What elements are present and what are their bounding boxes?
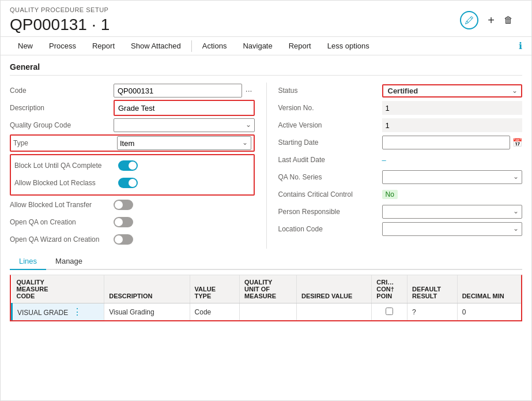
status-label: Status — [278, 87, 382, 95]
col-critical-control: CRI… CON† POIN — [372, 275, 408, 303]
description-row: Description — [10, 100, 255, 116]
nav-less-options[interactable]: Less options — [319, 37, 378, 55]
open-qa-toggle-wrapper — [114, 217, 133, 227]
active-version-label: Active Version — [278, 121, 382, 129]
location-code-label: Location Code — [278, 225, 382, 233]
nav-report[interactable]: Report — [84, 37, 123, 55]
open-qa-wizard-toggle[interactable] — [114, 234, 133, 245]
code-label: Code — [10, 87, 114, 95]
last-audit-label: Last Audit Date — [278, 156, 382, 164]
open-qa-wizard-label: Open QA Wizard on Creation — [10, 235, 114, 243]
person-responsible-label: Person Responsible — [278, 208, 382, 216]
general-section-title: General — [10, 62, 522, 76]
block-lot-toggle[interactable] — [118, 160, 138, 171]
type-select[interactable]: Item — [117, 136, 251, 150]
person-responsible-row: Person Responsible — [278, 204, 523, 220]
nav-show-attached[interactable]: Show Attached — [123, 37, 189, 55]
tab-manage[interactable]: Manage — [46, 253, 92, 269]
col-desired-value: DESIRED VALUE — [296, 275, 371, 303]
location-code-select[interactable] — [382, 222, 523, 236]
qa-no-series-row: QA No. Series — [278, 169, 523, 185]
qa-no-series-label: QA No. Series — [278, 173, 382, 181]
open-qa-wizard-toggle-wrapper — [114, 234, 133, 245]
code-input[interactable] — [114, 84, 242, 98]
lines-tabs: Lines Manage — [10, 253, 522, 270]
qa-no-series-select[interactable] — [382, 170, 523, 184]
nav-bar: New Process Report Show Attached Actions… — [1, 37, 531, 55]
lines-table-container: QUALITY MEASURE CODE DESCRIPTION VALUE T… — [10, 275, 522, 321]
cell-critical-control — [372, 303, 408, 321]
lines-table: QUALITY MEASURE CODE DESCRIPTION VALUE T… — [11, 275, 521, 320]
code-dots-button[interactable]: ··· — [243, 86, 255, 95]
type-label: Type — [13, 139, 117, 147]
person-responsible-select[interactable] — [382, 205, 523, 219]
allow-reclass-toggle[interactable] — [118, 178, 138, 188]
contains-critical-row: Contains Critical Control No — [278, 186, 523, 203]
allow-reclass-label: Allow Blocked Lot Reclass — [14, 179, 118, 187]
active-version-value — [382, 118, 523, 132]
table-row: VISUAL GRADE ⋮ Visual Grading Code ? 0 — [12, 303, 522, 321]
open-qa-row: Open QA on Creation — [10, 214, 255, 230]
cell-description: Visual Grading — [104, 303, 190, 321]
type-row: Type Item — [10, 134, 255, 152]
description-input[interactable] — [115, 101, 254, 115]
allow-transfer-toggle-wrapper — [114, 200, 133, 210]
nav-process[interactable]: Process — [41, 37, 84, 55]
description-label: Description — [10, 104, 114, 112]
add-icon[interactable]: + — [488, 14, 495, 27]
version-no-value — [382, 101, 523, 115]
contains-critical-label: Contains Critical Control — [278, 190, 382, 198]
allow-reclass-toggle-wrapper — [118, 178, 138, 188]
quality-group-select[interactable] — [114, 118, 255, 132]
critical-control-checkbox[interactable] — [386, 308, 393, 315]
starting-date-input[interactable] — [382, 136, 511, 149]
starting-date-label: Starting Date — [278, 138, 382, 147]
allow-transfer-label: Allow Blocked Lot Transfer — [10, 201, 114, 209]
nav-actions[interactable]: Actions — [194, 37, 235, 55]
open-qa-toggle[interactable] — [114, 217, 133, 227]
nav-report2[interactable]: Report — [281, 37, 319, 55]
allow-transfer-toggle[interactable] — [114, 200, 133, 210]
page-subtitle: QUALITY PROCEDURE SETUP — [10, 6, 110, 13]
active-version-row: Active Version — [278, 117, 523, 133]
version-no-label: Version No. — [278, 104, 382, 112]
last-audit-value: – — [382, 156, 386, 164]
status-row: Status Certified ⌄ — [278, 83, 523, 99]
row-menu-icon[interactable]: ⋮ — [73, 307, 82, 317]
cell-value-type: Code — [190, 303, 240, 321]
block-lot-row: Block Lot Until QA Complete — [14, 158, 250, 174]
nav-new[interactable]: New — [10, 37, 41, 55]
quality-group-label: Quality Group Code — [10, 121, 114, 129]
tab-lines[interactable]: Lines — [10, 253, 46, 270]
edit-icon[interactable] — [460, 11, 478, 29]
open-qa-wizard-row: Open QA Wizard on Creation — [10, 231, 255, 248]
allow-transfer-row: Allow Blocked Lot Transfer — [10, 197, 255, 213]
col-value-type: VALUE TYPE — [190, 275, 240, 303]
block-lot-label: Block Lot Until QA Complete — [14, 162, 118, 170]
block-lot-toggle-wrapper — [118, 160, 138, 171]
cell-quality-measure-code: VISUAL GRADE ⋮ — [12, 303, 104, 321]
col-quality-unit: QUALITY UNIT OF MEASURE — [240, 275, 297, 303]
calendar-icon[interactable]: 📅 — [512, 138, 522, 147]
cell-desired-value — [296, 303, 371, 321]
cell-quality-unit — [240, 303, 297, 321]
last-audit-row: Last Audit Date – — [278, 152, 523, 168]
location-code-row: Location Code — [278, 221, 523, 237]
nav-navigate[interactable]: Navigate — [235, 37, 280, 55]
col-decimal-min: DECIMAL MIN — [457, 275, 521, 303]
cell-default-result: ? — [408, 303, 458, 321]
delete-icon[interactable]: 🗑 — [504, 15, 513, 25]
col-description: DESCRIPTION — [104, 275, 190, 303]
version-no-row: Version No. — [278, 100, 523, 116]
col-default-result: DEFAULT RESULT — [408, 275, 458, 303]
open-qa-label: Open QA on Creation — [10, 218, 114, 226]
info-icon[interactable]: ℹ — [519, 40, 522, 51]
page-title: QP000131 · 1 — [10, 16, 110, 34]
starting-date-row: Starting Date 📅 — [278, 134, 523, 151]
contains-critical-value: No — [382, 190, 398, 199]
quality-group-row: Quality Group Code — [10, 117, 255, 133]
cell-decimal-min: 0 — [457, 303, 521, 321]
col-quality-measure-code: QUALITY MEASURE CODE — [12, 275, 104, 303]
nav-separator — [191, 40, 192, 52]
code-row: Code ··· — [10, 83, 255, 99]
